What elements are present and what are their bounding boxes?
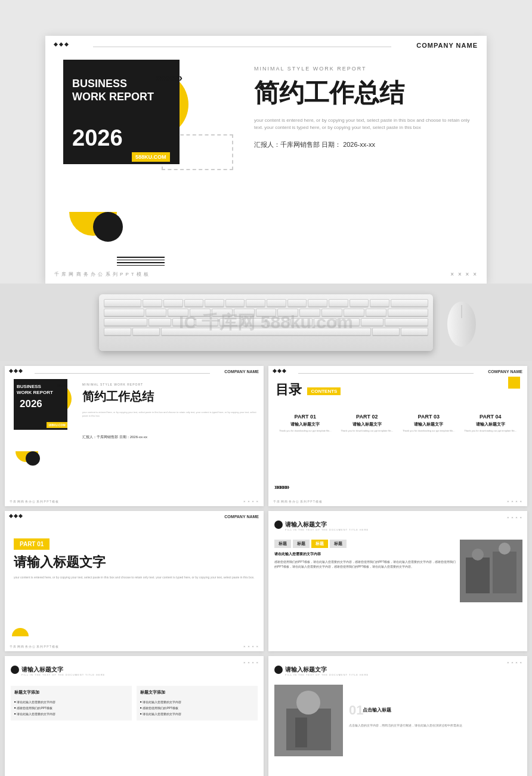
ms5-box2-title: 标题文字添加 [140, 689, 254, 695]
mouse-svg [446, 294, 478, 348]
key-z [149, 318, 171, 326]
ms5-b2-item1: ■请在此输入您需要的文字内容 [140, 699, 254, 705]
ms5-title: 请输入标题文字 [21, 666, 63, 674]
ms4-tab-4[interactable]: 标题 [330, 540, 347, 548]
reporter-line: 汇报人：千库网销售部 日期： 2026-xx-xx [254, 140, 475, 149]
key-lbracket [349, 299, 369, 307]
ms5-b1-item1: ■请在此输入您需要的文字内容 [14, 699, 128, 705]
key-u [267, 299, 286, 307]
ms2-part-1: PART 01 请输入标题文字 Thank you for downloadin… [277, 414, 333, 433]
svg-rect-4 [493, 552, 516, 593]
ms1-minimal: MINIMAL STYLE WORK REPORT [82, 383, 143, 386]
ms1-dot2 [14, 369, 18, 373]
ms2-parts-row: PART 01 请输入标题文字 Thank you for downloadin… [274, 414, 521, 433]
ms5-black-dot [11, 666, 19, 674]
key-f [212, 309, 233, 316]
ms5-b1-item2: ■感谢您使用我们的PPT模板 [14, 705, 128, 711]
stripe-decoration [117, 257, 165, 266]
stripe-line-2 [117, 260, 165, 261]
ms3-content: PART 01 请输入标题文字 your content is entered … [5, 511, 264, 593]
description-text: your content is entered here, or by copy… [254, 117, 475, 131]
key-a [146, 309, 166, 316]
ms2-cn-title: 目录 [276, 381, 302, 399]
date-value: 2026-xx-xx [343, 141, 375, 148]
key-rbracket [370, 299, 389, 307]
stripe-line-4 [117, 265, 165, 266]
key-alt-r [372, 328, 400, 335]
arrow-decoration: »»»»»» [156, 72, 181, 84]
ms1-ku-label: 188KU.COM [47, 422, 67, 428]
ms2-p4-title: 请输入标题文字 [462, 421, 519, 427]
ms1-dot3 [18, 369, 23, 373]
main-slide: COMPANY NAME BUSINESS WORK REPORT 2026 »… [45, 36, 487, 284]
ms6-section-title: 点击输入标题 [363, 707, 522, 713]
ms4-tab-1[interactable]: 标题 [274, 540, 291, 548]
top-divider-line [93, 47, 391, 47]
slides-area: COMPANY NAME BUSINESS WORK REPORT 2026 »… [0, 361, 532, 776]
top-slides-grid: COMPANY NAME BUSINESS WORK REPORT 2026 »… [5, 366, 527, 506]
ms2-dots [273, 369, 286, 372]
ms2-p4-desc: Thank you for downloading our ppt templa… [462, 429, 519, 433]
chinese-main-title: 简约工作总结 [254, 76, 475, 110]
ms5-boxes: 标题文字添加 ■请在此输入您需要的文字内容 ■感谢您使用我们的PPT模板 ■请在… [11, 686, 258, 720]
ms1-xxxx: × × × × [243, 500, 259, 503]
ms2-part-3: PART 03 请输入标题文字 Thank you for downloadin… [400, 414, 457, 433]
mini-slide-6: 请输入标题文字 FILL IN THE TEXT OF THE DOCUMENT… [268, 656, 527, 776]
ms2-p4-num: PART 04 [462, 414, 519, 420]
svg-rect-3 [466, 558, 490, 593]
xxxx-footer: × × × × [450, 271, 478, 278]
ms2-p3-title: 请输入标题文字 [400, 421, 457, 427]
ms4-title: 请输入标题文字 [285, 521, 327, 529]
mouse-device [446, 294, 478, 350]
mini-slide-4: 请输入标题文字 FILL IN THE TEXT OF THE DOCUMENT… [268, 511, 527, 651]
key-e [184, 299, 204, 307]
key-d [190, 309, 211, 316]
key-k [299, 309, 320, 316]
decorative-dots-tl [54, 43, 68, 46]
key-space [161, 328, 372, 335]
ms1-arrows: »»»»» [57, 383, 66, 389]
ms1-footer: 千 库 网 商 务 办 公 系 列 P P T 模 板 [10, 500, 58, 503]
ms5-box-1: 标题文字添加 ■请在此输入您需要的文字内容 ■感谢您使用我们的PPT模板 ■请在… [11, 686, 132, 720]
stripe-line-1 [117, 257, 165, 258]
ms2-top-line [298, 373, 474, 374]
right-content-area: MINIMAL STYLE WORK REPORT 简约工作总结 your co… [254, 66, 475, 149]
key-m [290, 318, 313, 326]
ms5-b1-item3: ■请在此输入您需要的文字内容 [14, 711, 128, 717]
ms5-b2-item2: ■感谢您使用我们的PPT模板 [140, 705, 254, 711]
ms2-p3-num: PART 03 [400, 414, 457, 420]
ms6-xxxx: × × × × [507, 661, 522, 664]
ms4-black-dot [274, 521, 283, 529]
ms1-reporter: 汇报人：千库网销售部 日期：2026-xx-xx [82, 435, 147, 440]
mini-slide-3: COMPANY NAME PART 01 请输入标题文字 your conten… [5, 511, 264, 651]
mini-slide-5: 请输入标题文字 FILL IN THE TEXT OF THE DOCUMENT… [5, 656, 264, 776]
ms6-black-dot [274, 666, 283, 674]
ms4-image-svg [460, 540, 522, 602]
ms4-tab-2[interactable]: 标题 [293, 540, 310, 548]
ms5-xxxx: × × × × [243, 661, 259, 664]
ms3-footer: 千 库 网 商 务 办 公 系 列 P P T 模 板 [10, 645, 58, 648]
ms2-p1-num: PART 01 [277, 414, 333, 420]
key-slash [361, 318, 383, 326]
ms3-desc: your content is entered here, or by copy… [14, 575, 255, 580]
key-alt-l [132, 328, 160, 335]
ms2-yellow-dot [508, 377, 520, 389]
company-name: COMPANY NAME [416, 42, 478, 49]
ms3-part-badge: PART 01 [14, 538, 50, 550]
reporter-text: 汇报人：千库网销售部 [254, 141, 320, 148]
dot2 [59, 42, 63, 47]
ms4-body-title: 请在此输入您需要的文字内容 [274, 552, 457, 558]
slide-footer: 千 库 网 商 务 办 公 系 列 P P T 模 板 × × × × [54, 271, 478, 278]
key-o [308, 299, 327, 307]
ms5-box1-title: 标题文字添加 [14, 689, 128, 695]
ms6-image-svg [274, 685, 343, 756]
key-p [329, 299, 348, 307]
key-n [267, 318, 289, 326]
ms4-body-text: 感谢您使用我们的PPT模板，请在此输入您需要的文字内容，感谢您使用我们的PPT模… [274, 559, 457, 569]
key-ctrl-l [104, 328, 131, 335]
key-shift-l [104, 318, 147, 326]
mini-slide-1: COMPANY NAME BUSINESS WORK REPORT 2026 »… [5, 366, 264, 506]
ms4-tab-3-active[interactable]: 标题 [311, 540, 328, 548]
svg-point-9 [296, 691, 320, 715]
ms2-p2-num: PART 02 [339, 414, 395, 420]
